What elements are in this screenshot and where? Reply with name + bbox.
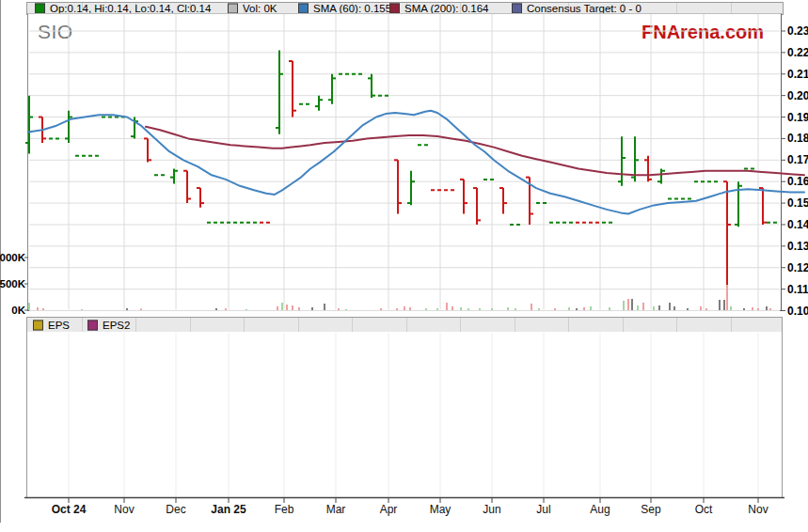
legend-separator <box>460 318 461 332</box>
month-label: Nov <box>98 504 151 516</box>
legend-separator <box>135 318 136 332</box>
price-panel <box>27 13 782 311</box>
legend-item: Op:0.14, Hi:0.14, Lo:0.14, Cl:0.14 <box>35 4 211 14</box>
legend-separator <box>244 318 245 332</box>
price-axis-label: 0.11 <box>787 284 808 295</box>
price-axis-label: 0.19 <box>787 112 808 123</box>
legend-swatch-icon <box>35 4 45 14</box>
month-label: Mar <box>309 504 362 516</box>
price-axis-label: 0.15 <box>787 197 808 209</box>
chart-widget: Op:0.14, Hi:0.14, Lo:0.14, Cl:0.14Vol: 0… <box>0 0 808 532</box>
legend-swatch-icon <box>228 4 238 14</box>
month-label: Aug <box>574 504 626 516</box>
eps-legend-bar: EPSEPS2 <box>26 317 783 333</box>
month-label: Feb <box>258 504 310 516</box>
legend-separator <box>298 318 299 332</box>
legend-item: Consensus Target: 0 - 0 <box>512 4 642 14</box>
legend-item: SMA (200): 0.164 <box>389 4 489 14</box>
legend-label: SMA (60): 0.155 <box>313 4 391 14</box>
price-axis-label: 0.13 <box>787 241 808 252</box>
price-axis-label: 0.23 <box>787 25 808 37</box>
legend-swatch-icon <box>389 4 400 14</box>
month-label: May <box>414 504 467 516</box>
month-label: Apr <box>362 504 415 516</box>
month-label: Oct <box>677 504 730 516</box>
month-label: Jul <box>517 504 570 516</box>
legend-label: EPS <box>48 320 70 330</box>
month-label: Oct 24 <box>42 504 95 516</box>
legend-separator <box>623 318 624 332</box>
legend-item: EPS2 <box>87 320 130 330</box>
volume-axis-label: 500K <box>0 278 25 289</box>
price-axis-label: 0.10 <box>787 305 808 317</box>
month-label: Sep <box>625 504 677 516</box>
legend-item: EPS <box>33 320 70 330</box>
price-axis-label: 0.17 <box>787 154 808 165</box>
month-label: Nov <box>732 504 784 516</box>
legend-item: Vol: 0K <box>228 4 277 14</box>
price-axis-label: 0.20 <box>787 90 808 102</box>
month-label: Dec <box>150 504 202 516</box>
legend-separator <box>82 318 83 332</box>
price-axis-label: 0.14 <box>787 219 808 230</box>
legend-separator <box>676 318 677 332</box>
price-axis-label: 0.16 <box>787 176 808 187</box>
legend-separator <box>515 318 515 332</box>
legend-separator <box>352 318 353 332</box>
legend-swatch-icon <box>298 4 309 14</box>
month-label: Jun <box>466 504 518 516</box>
ticker-symbol: SIO <box>38 21 73 43</box>
legend-label: SMA (200): 0.164 <box>404 4 489 14</box>
eps-panel <box>26 332 783 498</box>
legend-label: Consensus Target: 0 - 0 <box>527 4 642 14</box>
legend-label: EPS2 <box>103 320 130 330</box>
legend-label: Vol: 0K <box>243 4 277 14</box>
legend-label: Op:0.14, Hi:0.14, Lo:0.14, Cl:0.14 <box>50 4 211 14</box>
legend-separator <box>568 318 569 332</box>
fnarena-watermark: FNArena.com <box>642 22 764 43</box>
legend-swatch-icon <box>33 320 43 330</box>
month-label: Jan 25 <box>202 504 255 516</box>
legend-separator <box>190 318 191 332</box>
volume-axis-label: 1000K <box>0 252 25 263</box>
legend-separator <box>731 318 732 332</box>
legend-separator <box>406 318 407 332</box>
legend-swatch-icon <box>512 4 522 14</box>
price-axis-label: 0.22 <box>787 47 808 58</box>
price-axis-label: 0.18 <box>787 133 808 144</box>
legend-item: SMA (60): 0.155 <box>298 4 391 14</box>
price-axis-label: 0.21 <box>787 69 808 80</box>
legend-swatch-icon <box>87 320 98 330</box>
volume-axis-label: 0K <box>0 305 25 316</box>
price-axis-label: 0.12 <box>787 262 808 274</box>
